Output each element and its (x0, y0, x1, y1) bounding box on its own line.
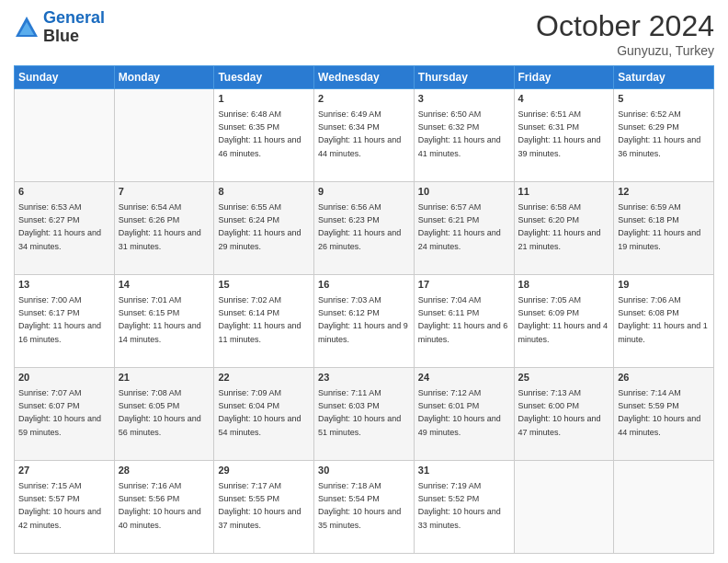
calendar-table: SundayMondayTuesdayWednesdayThursdayFrid… (14, 65, 714, 554)
calendar-cell: 9Sunrise: 6:56 AMSunset: 6:23 PMDaylight… (314, 182, 415, 275)
day-number: 20 (18, 371, 110, 385)
day-number: 17 (418, 278, 510, 292)
day-number: 28 (119, 464, 210, 477)
day-info: Sunrise: 7:03 AMSunset: 6:12 PMDaylight:… (318, 295, 408, 343)
calendar-cell: 20Sunrise: 7:07 AMSunset: 6:07 PMDayligh… (15, 368, 115, 461)
logo-line2: Blue (43, 28, 105, 46)
day-info: Sunrise: 6:58 AMSunset: 6:20 PMDaylight:… (518, 202, 601, 250)
calendar-cell: 1Sunrise: 6:48 AMSunset: 6:35 PMDaylight… (214, 89, 314, 182)
day-number: 29 (218, 464, 310, 477)
day-number: 23 (318, 371, 410, 385)
calendar-cell: 10Sunrise: 6:57 AMSunset: 6:21 PMDayligh… (414, 182, 514, 275)
day-number: 12 (618, 185, 710, 199)
day-info: Sunrise: 7:02 AMSunset: 6:14 PMDaylight:… (218, 295, 301, 343)
day-info: Sunrise: 6:49 AMSunset: 6:34 PMDaylight:… (318, 109, 401, 157)
calendar-cell: 13Sunrise: 7:00 AMSunset: 6:17 PMDayligh… (15, 275, 115, 368)
calendar-cell (614, 461, 714, 554)
calendar-header-row: SundayMondayTuesdayWednesdayThursdayFrid… (15, 66, 714, 89)
calendar-cell: 6Sunrise: 6:53 AMSunset: 6:27 PMDaylight… (15, 182, 115, 275)
col-header-sunday: Sunday (15, 66, 115, 89)
calendar-cell (114, 89, 214, 182)
day-info: Sunrise: 6:56 AMSunset: 6:23 PMDaylight:… (318, 202, 401, 250)
day-number: 31 (418, 464, 510, 477)
calendar-cell: 24Sunrise: 7:12 AMSunset: 6:01 PMDayligh… (414, 368, 514, 461)
day-info: Sunrise: 7:19 AMSunset: 5:52 PMDaylight:… (418, 481, 501, 529)
day-info: Sunrise: 7:09 AMSunset: 6:04 PMDaylight:… (218, 388, 301, 436)
calendar-week-3: 20Sunrise: 7:07 AMSunset: 6:07 PMDayligh… (15, 368, 714, 461)
day-number: 30 (318, 464, 410, 477)
calendar-cell: 30Sunrise: 7:18 AMSunset: 5:54 PMDayligh… (314, 461, 415, 554)
calendar-cell: 15Sunrise: 7:02 AMSunset: 6:14 PMDayligh… (214, 275, 314, 368)
day-info: Sunrise: 7:17 AMSunset: 5:55 PMDaylight:… (218, 481, 301, 529)
calendar-week-0: 1Sunrise: 6:48 AMSunset: 6:35 PMDaylight… (15, 89, 714, 182)
day-info: Sunrise: 7:08 AMSunset: 6:05 PMDaylight:… (119, 388, 201, 436)
calendar-cell: 25Sunrise: 7:13 AMSunset: 6:00 PMDayligh… (514, 368, 614, 461)
day-number: 6 (18, 185, 110, 199)
calendar-week-4: 27Sunrise: 7:15 AMSunset: 5:57 PMDayligh… (15, 461, 714, 554)
calendar-cell: 22Sunrise: 7:09 AMSunset: 6:04 PMDayligh… (214, 368, 314, 461)
day-number: 3 (418, 92, 510, 106)
day-info: Sunrise: 6:53 AMSunset: 6:27 PMDaylight:… (18, 202, 101, 250)
title-block: October 2024 Gunyuzu, Turkey (536, 9, 714, 58)
calendar-cell: 21Sunrise: 7:08 AMSunset: 6:05 PMDayligh… (114, 368, 214, 461)
day-number: 26 (618, 371, 710, 385)
day-number: 14 (119, 278, 210, 292)
calendar-cell: 23Sunrise: 7:11 AMSunset: 6:03 PMDayligh… (314, 368, 415, 461)
day-info: Sunrise: 6:59 AMSunset: 6:18 PMDaylight:… (618, 202, 700, 250)
day-number: 11 (518, 185, 610, 199)
col-header-tuesday: Tuesday (214, 66, 314, 89)
col-header-friday: Friday (514, 66, 614, 89)
calendar-cell: 16Sunrise: 7:03 AMSunset: 6:12 PMDayligh… (314, 275, 415, 368)
day-number: 2 (318, 92, 410, 106)
location-subtitle: Gunyuzu, Turkey (536, 43, 714, 58)
calendar-cell: 27Sunrise: 7:15 AMSunset: 5:57 PMDayligh… (15, 461, 115, 554)
day-info: Sunrise: 7:13 AMSunset: 6:00 PMDaylight:… (518, 388, 601, 436)
day-number: 1 (218, 92, 310, 106)
calendar-cell: 26Sunrise: 7:14 AMSunset: 5:59 PMDayligh… (614, 368, 714, 461)
day-info: Sunrise: 6:54 AMSunset: 6:26 PMDaylight:… (119, 202, 201, 250)
logo-text: General Blue (43, 9, 105, 46)
day-number: 18 (518, 278, 610, 292)
col-header-wednesday: Wednesday (314, 66, 415, 89)
day-info: Sunrise: 7:07 AMSunset: 6:07 PMDaylight:… (18, 388, 101, 436)
day-info: Sunrise: 7:12 AMSunset: 6:01 PMDaylight:… (418, 388, 501, 436)
day-info: Sunrise: 7:18 AMSunset: 5:54 PMDaylight:… (318, 481, 401, 529)
day-info: Sunrise: 7:14 AMSunset: 5:59 PMDaylight:… (618, 388, 700, 436)
day-number: 19 (618, 278, 710, 292)
day-number: 8 (218, 185, 310, 199)
day-number: 21 (119, 371, 210, 385)
day-number: 24 (418, 371, 510, 385)
day-info: Sunrise: 6:57 AMSunset: 6:21 PMDaylight:… (418, 202, 501, 250)
calendar-cell (15, 89, 115, 182)
logo-icon (14, 15, 40, 40)
calendar-cell: 29Sunrise: 7:17 AMSunset: 5:55 PMDayligh… (214, 461, 314, 554)
calendar-cell: 11Sunrise: 6:58 AMSunset: 6:20 PMDayligh… (514, 182, 614, 275)
day-info: Sunrise: 6:48 AMSunset: 6:35 PMDaylight:… (218, 109, 301, 157)
calendar-cell: 31Sunrise: 7:19 AMSunset: 5:52 PMDayligh… (414, 461, 514, 554)
col-header-thursday: Thursday (414, 66, 514, 89)
calendar-cell (514, 461, 614, 554)
calendar-cell: 3Sunrise: 6:50 AMSunset: 6:32 PMDaylight… (414, 89, 514, 182)
calendar-cell: 14Sunrise: 7:01 AMSunset: 6:15 PMDayligh… (114, 275, 214, 368)
day-number: 15 (218, 278, 310, 292)
calendar-cell: 17Sunrise: 7:04 AMSunset: 6:11 PMDayligh… (414, 275, 514, 368)
day-number: 27 (18, 464, 110, 477)
day-info: Sunrise: 7:16 AMSunset: 5:56 PMDaylight:… (119, 481, 201, 529)
page: General Blue October 2024 Gunyuzu, Turke… (0, 0, 728, 563)
calendar-cell: 5Sunrise: 6:52 AMSunset: 6:29 PMDaylight… (614, 89, 714, 182)
month-title: October 2024 (536, 9, 714, 43)
day-number: 16 (318, 278, 410, 292)
calendar-cell: 12Sunrise: 6:59 AMSunset: 6:18 PMDayligh… (614, 182, 714, 275)
day-info: Sunrise: 7:05 AMSunset: 6:09 PMDaylight:… (518, 295, 609, 343)
logo: General Blue (14, 9, 105, 46)
day-number: 4 (518, 92, 610, 106)
day-info: Sunrise: 7:15 AMSunset: 5:57 PMDaylight:… (18, 481, 101, 529)
col-header-saturday: Saturday (614, 66, 714, 89)
calendar-week-1: 6Sunrise: 6:53 AMSunset: 6:27 PMDaylight… (15, 182, 714, 275)
day-number: 13 (18, 278, 110, 292)
day-number: 9 (318, 185, 410, 199)
day-info: Sunrise: 7:11 AMSunset: 6:03 PMDaylight:… (318, 388, 401, 436)
day-info: Sunrise: 6:50 AMSunset: 6:32 PMDaylight:… (418, 109, 501, 157)
day-info: Sunrise: 6:52 AMSunset: 6:29 PMDaylight:… (618, 109, 700, 157)
day-info: Sunrise: 7:04 AMSunset: 6:11 PMDaylight:… (418, 295, 508, 343)
